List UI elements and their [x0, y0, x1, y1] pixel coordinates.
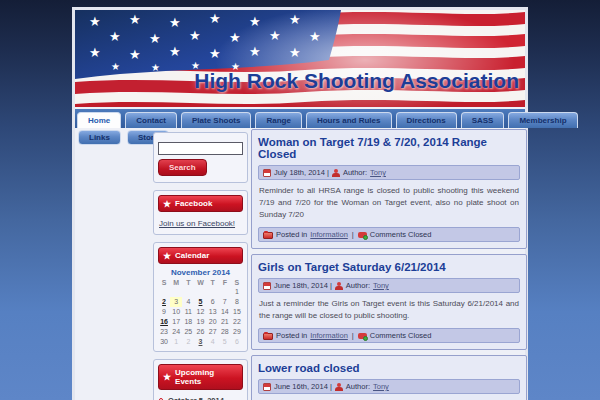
calendar-day: 17	[170, 317, 182, 327]
nav-tab-sass[interactable]: SASS	[461, 112, 505, 128]
author-label: Author:	[343, 168, 367, 177]
calendar-icon	[263, 383, 271, 391]
posts-column: Woman on Target 7/19 & 7/20, 2014 Range …	[251, 129, 527, 400]
calendar-day: 21	[219, 317, 231, 327]
post-footer-bar: Posted in Information | Comments Closed	[258, 328, 520, 343]
site-header: ★★★★★★ ★★★★★★ ★★★★★★ ★★★★ High Rock Shoo…	[75, 10, 525, 107]
svg-text:★: ★	[169, 15, 181, 30]
nav-tab-range[interactable]: Range	[255, 112, 301, 128]
list-item: October 5, 2014 – Cowboy Shoot Sunday 9:…	[158, 396, 243, 400]
calendar-day: 2	[182, 337, 194, 347]
nav-tab-contact[interactable]: Contact	[125, 112, 177, 128]
post-date: June 18th, 2014 |	[274, 281, 332, 290]
post-body: Just a reminder the Girls on Target even…	[259, 298, 519, 322]
comments-icon	[358, 333, 367, 339]
calendar-day: 13	[207, 307, 219, 317]
calendar-day: 18	[182, 317, 194, 327]
sidebar: Search ★ Facebook Join us on Facebook! ★…	[153, 132, 248, 400]
category-link[interactable]: Information	[310, 331, 348, 340]
calendar-day[interactable]: 3	[194, 337, 206, 347]
calendar-heading-label: Calendar	[175, 251, 209, 260]
post-meta-bar: July 18th, 2014 | Author: Tony	[258, 165, 520, 180]
post-meta-bar: June 18th, 2014 | Author: Tony	[258, 278, 520, 293]
posted-in-label: Posted in	[276, 230, 307, 239]
calendar-day	[158, 287, 170, 297]
calendar-day	[170, 287, 182, 297]
calendar-day[interactable]: 2	[158, 297, 170, 307]
calendar-day: 6	[231, 337, 243, 347]
author-icon	[335, 282, 343, 290]
calendar-day: 23	[158, 327, 170, 337]
folder-icon	[263, 232, 273, 239]
calendar-day: 14	[219, 307, 231, 317]
post-footer-bar: Posted in Information | Comments Closed	[258, 227, 520, 242]
calendar-day-header: F	[219, 278, 231, 287]
calendar-widget: ★ Calendar November 2014 SMTWTFS12345678…	[153, 242, 248, 352]
facebook-heading-label: Facebook	[175, 199, 212, 208]
main-nav: Home Contact Plate Shoots Range Hours an…	[75, 109, 525, 128]
post-date: July 18th, 2014 |	[274, 168, 329, 177]
author-link[interactable]: Tony	[373, 281, 389, 290]
calendar-day: 4	[182, 297, 194, 307]
nav-tab-membership[interactable]: Membership	[508, 112, 577, 128]
calendar-day	[194, 287, 206, 297]
svg-text:★: ★	[151, 62, 160, 73]
posted-in-label: Posted in	[276, 331, 307, 340]
calendar-icon	[263, 169, 271, 177]
post-title[interactable]: Girls on Target Saturday 6/21/2014	[258, 261, 520, 273]
post-date: June 16th, 2014 |	[274, 382, 332, 391]
calendar-day: 11	[182, 307, 194, 317]
event-date[interactable]: October 5, 2014 –	[168, 396, 243, 400]
folder-icon	[263, 333, 273, 340]
calendar-day	[219, 287, 231, 297]
post-woman-on-target: Woman on Target 7/19 & 7/20, 2014 Range …	[251, 129, 527, 249]
search-button[interactable]: Search	[158, 159, 207, 176]
calendar-day-header: M	[170, 278, 182, 287]
calendar-day-header: S	[158, 278, 170, 287]
post-meta-bar: June 16th, 2014 | Author: Tony	[258, 379, 520, 394]
svg-text:★: ★	[129, 47, 141, 62]
calendar-day: 25	[182, 327, 194, 337]
facebook-link[interactable]: Join us on Facebook!	[159, 219, 235, 228]
search-input[interactable]	[158, 142, 243, 155]
calendar-day	[182, 287, 194, 297]
calendar-day: 6	[207, 297, 219, 307]
upcoming-events-widget: ★ Upcoming Events October 5, 2014 – Cowb…	[153, 359, 248, 400]
nav-tab-home[interactable]: Home	[77, 112, 121, 128]
calendar-day: 30	[158, 337, 170, 347]
calendar-day: 12	[194, 307, 206, 317]
nav-tab-directions[interactable]: Directions	[396, 112, 457, 128]
calendar-day: 3	[170, 297, 182, 307]
post-body: Reminder to all HRSA range is closed to …	[259, 185, 519, 221]
post-title[interactable]: Lower road closed	[258, 362, 520, 374]
calendar-day: 1	[231, 287, 243, 297]
author-label: Author:	[346, 382, 370, 391]
nav-tab-hours-and-rules[interactable]: Hours and Rules	[306, 112, 392, 128]
author-link[interactable]: Tony	[373, 382, 389, 391]
svg-text:★: ★	[111, 61, 120, 72]
nav-tab-plate-shoots[interactable]: Plate Shoots	[181, 112, 251, 128]
post-title[interactable]: Woman on Target 7/19 & 7/20, 2014 Range …	[258, 136, 520, 160]
comments-status: Comments Closed	[370, 230, 432, 239]
calendar-day: 1	[170, 337, 182, 347]
calendar-day: 26	[194, 327, 206, 337]
search-widget: Search	[153, 132, 248, 183]
svg-text:★: ★	[89, 14, 101, 29]
comments-icon	[358, 232, 367, 238]
author-icon	[332, 169, 340, 177]
facebook-widget: ★ Facebook Join us on Facebook!	[153, 190, 248, 235]
nav-tab-links[interactable]: Links	[78, 130, 121, 145]
category-link[interactable]: Information	[310, 230, 348, 239]
calendar-day[interactable]: 5	[194, 297, 206, 307]
calendar-day[interactable]: 16	[158, 317, 170, 327]
calendar-day: 24	[170, 327, 182, 337]
author-label: Author:	[346, 281, 370, 290]
calendar-day: 5	[219, 337, 231, 347]
calendar-day-header: T	[182, 278, 194, 287]
author-icon	[335, 383, 343, 391]
upcoming-events-heading-label: Upcoming Events	[175, 368, 238, 386]
calendar-day: 19	[194, 317, 206, 327]
calendar-day: 22	[231, 317, 243, 327]
author-link[interactable]: Tony	[370, 168, 386, 177]
star-icon: ★	[163, 200, 171, 208]
